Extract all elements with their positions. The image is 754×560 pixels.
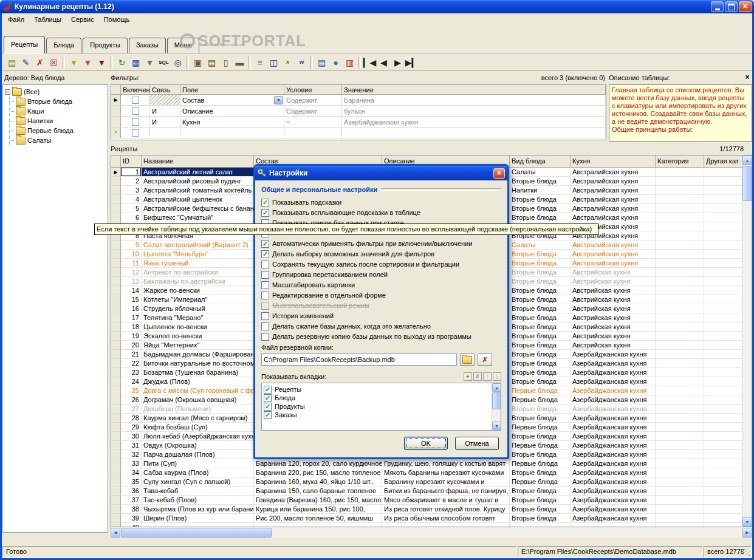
filter-enabled-checkbox[interactable] bbox=[132, 108, 139, 115]
table-row[interactable]: 39Ширин (Плов)Рис 200, масло топленое 50… bbox=[111, 514, 752, 523]
listbox-scrollbar[interactable] bbox=[492, 383, 501, 430]
card-view-button[interactable]: ▯ bbox=[219, 56, 233, 69]
dialog-option-5[interactable]: ✓Автоматически применять фильтры при вкл… bbox=[261, 239, 501, 248]
filter-condition-cell[interactable]: Содержит bbox=[284, 95, 342, 106]
filter-new-row[interactable]: * bbox=[111, 128, 606, 138]
backup-path-input[interactable] bbox=[261, 353, 457, 366]
dialog-option-14[interactable]: Делать резервную копию базы данных по вы… bbox=[261, 332, 501, 341]
tree-item-5[interactable]: Салаты bbox=[10, 135, 108, 145]
table-row[interactable]: 38Чыхыртма (Плов из кур или баранинКуриц… bbox=[111, 505, 752, 514]
scroll-right-icon[interactable] bbox=[742, 528, 752, 538]
description-link[interactable]: Общие принципы работы: bbox=[612, 126, 749, 134]
export-word-button[interactable]: W bbox=[295, 56, 309, 69]
table-row[interactable]: 37Тас-кебаб (Плов)Говядина (Вырезка) 160… bbox=[111, 496, 752, 505]
filter-value-cell[interactable]: Баранина bbox=[342, 95, 606, 106]
scroll-up-icon[interactable] bbox=[742, 155, 752, 165]
filter-row[interactable]: ИКухня=Азербайджанская кухня bbox=[111, 117, 606, 128]
filter-field-cell[interactable]: Состав▼ bbox=[180, 95, 284, 106]
table-column-header[interactable]: Вид блюда bbox=[510, 155, 571, 168]
filter-condition-cell[interactable]: = bbox=[284, 117, 342, 128]
dialog-option-12[interactable]: История изменений bbox=[261, 311, 501, 321]
table-horizontal-scrollbar[interactable] bbox=[111, 528, 752, 538]
copy-record-button[interactable]: ▣ bbox=[191, 56, 205, 69]
filter-enabled-checkbox[interactable] bbox=[132, 97, 139, 104]
filter-field-cell[interactable]: Описание bbox=[180, 106, 284, 117]
menu-item-4[interactable]: Помощь bbox=[99, 14, 135, 25]
listbox-scrollbar-thumb[interactable] bbox=[492, 392, 501, 409]
table-row[interactable]: 36Тава-кебабБаранина 150, сало баранье т… bbox=[111, 487, 752, 496]
table-column-header[interactable]: ID bbox=[121, 155, 142, 168]
edit-record-button[interactable]: ✎ bbox=[19, 56, 33, 69]
filter-enabled-checkbox[interactable] bbox=[132, 118, 139, 126]
add-record-button[interactable]: ▤ bbox=[5, 56, 19, 69]
filter-row[interactable]: ▶Состав▼СодержитБаранина bbox=[111, 95, 606, 106]
tree-item-2[interactable]: Каши bbox=[10, 106, 108, 116]
add-tab-button[interactable]: + bbox=[464, 372, 472, 381]
browse-folder-button[interactable] bbox=[460, 353, 475, 366]
filter-enabled-checkbox[interactable] bbox=[132, 129, 139, 137]
dialog-title-bar[interactable]: Настройки bbox=[255, 166, 507, 180]
menu-item-1[interactable]: Файл bbox=[3, 14, 29, 25]
menu-item-2[interactable]: Таблицы bbox=[29, 14, 66, 25]
table-column-header[interactable]: Кухня bbox=[571, 155, 656, 168]
tree-root[interactable]: (Все) bbox=[5, 87, 108, 97]
table-column-header[interactable]: Название bbox=[142, 155, 254, 168]
nav-last-button[interactable]: ▶▎ bbox=[405, 56, 419, 69]
dialog-option-2[interactable]: ✓Показывать всплывающие подсказки в табл… bbox=[261, 208, 501, 217]
clear-path-button[interactable] bbox=[478, 353, 492, 366]
filter-link-cell[interactable] bbox=[150, 95, 180, 106]
tab-option-2[interactable]: ✓Блюда bbox=[264, 394, 490, 402]
paste-record-button[interactable]: ▤ bbox=[205, 56, 219, 69]
delete-all-button[interactable]: ☒ bbox=[47, 56, 61, 69]
tree-item-4[interactable]: Первые блюда bbox=[10, 126, 108, 135]
horizontal-scrollbar-thumb[interactable] bbox=[121, 528, 272, 538]
dialog-option-8[interactable]: Группировка перетаскиванием полей bbox=[261, 270, 501, 279]
columns-button[interactable]: ▦ bbox=[129, 56, 143, 69]
table-row[interactable]: 35Сулу хингал (Суп с лапшой)Баранина 160… bbox=[111, 477, 752, 487]
dialog-option-9[interactable]: Масштабировать картинки bbox=[261, 280, 501, 290]
nav-first-button[interactable]: ▎◀ bbox=[363, 56, 377, 69]
delete-record-button[interactable]: ✗ bbox=[33, 56, 47, 69]
dialog-option-10[interactable]: Редактирование в отдельной форме bbox=[261, 290, 501, 300]
tab-1[interactable]: Рецепты bbox=[4, 36, 45, 53]
tab-option-3[interactable]: ✓Продукты bbox=[264, 402, 490, 411]
tab-5[interactable]: Меню bbox=[167, 38, 200, 53]
scroll-down-icon[interactable] bbox=[742, 517, 752, 527]
filter-off-button[interactable]: ▼ bbox=[81, 56, 95, 69]
dialog-option-1[interactable]: ✓Показывать подсказки bbox=[261, 197, 501, 207]
table-row[interactable]: 40 bbox=[111, 523, 752, 527]
filter-value-cell[interactable]: Азербайджанская кухня bbox=[342, 117, 606, 128]
listbox-scroll-down-icon[interactable] bbox=[492, 422, 501, 430]
table-vertical-scrollbar[interactable] bbox=[742, 155, 752, 527]
dialog-option-7[interactable]: Сохранять текущую запись после сортировк… bbox=[261, 259, 501, 269]
title-bar[interactable]: Кулинарные рецепты (1.12) bbox=[0, 0, 754, 13]
table-row[interactable]: 34Сабза каурма (Плов)Баранина 220, рис 1… bbox=[111, 468, 752, 477]
filter-value-cell[interactable]: бульон bbox=[342, 106, 606, 117]
resize-grip[interactable] bbox=[743, 549, 750, 556]
dialog-close-button[interactable] bbox=[493, 168, 505, 179]
listbox-scroll-up-icon[interactable] bbox=[492, 383, 501, 392]
table-row[interactable]: 33Пити (Суп)Баранина 120, горох 20, сало… bbox=[111, 459, 752, 468]
filter-row[interactable]: ИОписаниеСодержитбульон bbox=[111, 106, 606, 117]
print-button[interactable]: ≡ bbox=[253, 56, 267, 69]
tab-3[interactable]: Продукты bbox=[83, 38, 128, 53]
dialog-option-11[interactable]: Многопользовательский режим bbox=[261, 301, 501, 310]
move-up-button[interactable]: ↑ bbox=[483, 372, 492, 381]
quick-filter-button[interactable]: ▼ bbox=[143, 56, 157, 69]
sql-button[interactable]: SQL bbox=[157, 56, 171, 69]
combo-dropdown-icon[interactable]: ▼ bbox=[274, 96, 283, 104]
filter-on-button[interactable]: ▼ bbox=[67, 56, 81, 69]
vertical-scrollbar-thumb[interactable] bbox=[742, 166, 752, 201]
ok-button[interactable]: OK bbox=[404, 437, 448, 450]
filter-link-cell[interactable]: И bbox=[150, 117, 180, 128]
filter-field-cell[interactable]: Кухня bbox=[180, 117, 284, 128]
cancel-button[interactable]: Отмена bbox=[455, 437, 499, 450]
tab-option-4[interactable]: ✓Заказы bbox=[264, 411, 490, 419]
delete-tab-button[interactable]: ✗ bbox=[473, 372, 482, 381]
table-column-header[interactable]: Другая кат bbox=[704, 155, 743, 168]
refresh-button[interactable]: ↻ bbox=[115, 56, 129, 69]
preview-button[interactable]: ◫ bbox=[267, 56, 281, 69]
export-file-button[interactable]: ▤ bbox=[315, 56, 329, 69]
export-excel-button[interactable]: X bbox=[281, 56, 295, 69]
expander-icon[interactable] bbox=[5, 89, 10, 95]
